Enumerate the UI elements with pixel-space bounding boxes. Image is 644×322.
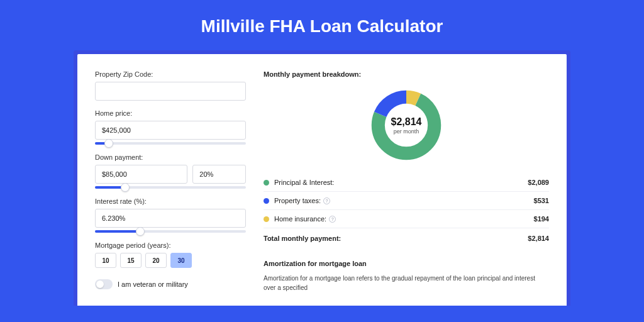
interest-slider[interactable]: [95, 230, 246, 233]
total-label: Total monthly payment:: [264, 235, 528, 242]
period-button-30[interactable]: 30: [170, 253, 192, 268]
zip-input[interactable]: [95, 82, 246, 101]
legend-label: Principal & Interest:: [274, 179, 528, 186]
page-title: Millville FHA Loan Calculator: [0, 0, 644, 50]
panel-shadow: Property Zip Code: Home price: Down paym…: [74, 50, 570, 306]
interest-label: Interest rate (%):: [95, 197, 246, 205]
donut-wrap: $2,814 per month: [264, 84, 549, 174]
down-payment-pct-input[interactable]: [192, 165, 246, 184]
calculator-panel: Property Zip Code: Home price: Down paym…: [77, 54, 567, 306]
donut-chart: $2,814 per month: [369, 88, 443, 162]
info-icon[interactable]: ?: [323, 197, 330, 204]
info-icon[interactable]: ?: [329, 216, 336, 223]
legend-value: $194: [534, 215, 549, 223]
legend-value: $531: [534, 197, 549, 204]
legend-row: Principal & Interest:$2,089: [264, 174, 549, 192]
home-price-input[interactable]: [95, 121, 246, 140]
interest-input[interactable]: [95, 209, 246, 228]
legend-label: Property taxes:?: [274, 197, 534, 204]
total-value: $2,814: [528, 235, 549, 242]
home-price-slider[interactable]: [95, 142, 246, 145]
breakdown-title: Monthly payment breakdown:: [264, 70, 549, 78]
toggle-knob: [96, 280, 104, 288]
down-payment-field: Down payment:: [95, 153, 246, 189]
down-payment-input[interactable]: [95, 165, 187, 184]
down-payment-slider[interactable]: [95, 186, 246, 189]
legend-dot: [264, 198, 269, 204]
donut-amount: $2,814: [391, 116, 422, 128]
amortization-title: Amortization for mortgage loan: [264, 260, 549, 267]
form-column: Property Zip Code: Home price: Down paym…: [95, 70, 246, 306]
home-price-field: Home price:: [95, 109, 246, 145]
legend-row: Home insurance:?$194: [264, 210, 549, 228]
veteran-label: I am veteran or military: [118, 280, 188, 288]
veteran-toggle[interactable]: [95, 279, 113, 289]
legend-dot: [264, 180, 269, 186]
period-button-20[interactable]: 20: [145, 253, 167, 268]
veteran-row: I am veteran or military: [95, 279, 246, 289]
period-button-10[interactable]: 10: [95, 253, 116, 268]
zip-label: Property Zip Code:: [95, 70, 246, 78]
total-row: Total monthly payment: $2,814: [264, 228, 549, 247]
home-price-label: Home price:: [95, 109, 246, 117]
legend-dot: [264, 216, 269, 222]
period-button-15[interactable]: 15: [120, 253, 142, 268]
amortization-section: Amortization for mortgage loan Amortizat…: [264, 260, 549, 292]
zip-field: Property Zip Code:: [95, 70, 246, 101]
legend-row: Property taxes:?$531: [264, 192, 549, 210]
period-label: Mortgage period (years):: [95, 242, 246, 249]
legend-value: $2,089: [528, 179, 549, 186]
amortization-text: Amortization for a mortgage loan refers …: [264, 274, 549, 292]
breakdown-column: Monthly payment breakdown: $2,814 per mo…: [264, 70, 549, 306]
down-payment-label: Down payment:: [95, 153, 246, 161]
period-field: Mortgage period (years): 10152030: [95, 242, 246, 268]
interest-field: Interest rate (%):: [95, 197, 246, 233]
donut-sub: per month: [394, 128, 419, 135]
legend-label: Home insurance:?: [274, 215, 534, 223]
